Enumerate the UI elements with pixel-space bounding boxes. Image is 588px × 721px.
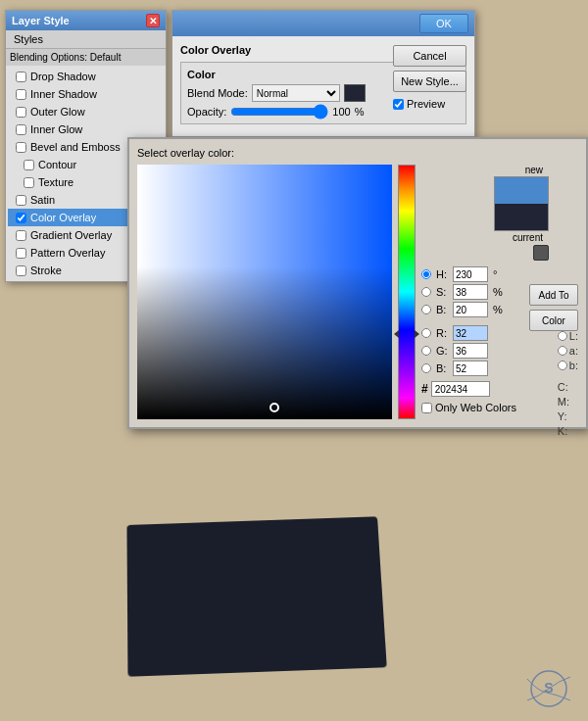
a-label: a: xyxy=(569,345,578,357)
color-current-swatch[interactable] xyxy=(495,204,548,230)
r-label: R: xyxy=(436,327,450,339)
hue-arrow-left xyxy=(394,330,399,338)
only-web-row: Only Web Colors xyxy=(421,402,549,413)
hex-input[interactable] xyxy=(431,381,490,397)
styles-tab[interactable]: Styles xyxy=(6,30,166,49)
blending-header[interactable]: Blending Options: Default xyxy=(6,49,166,66)
g-input[interactable] xyxy=(453,343,488,359)
y-row: Y: xyxy=(558,410,578,422)
color-picker-body: new current H: ° S: xyxy=(137,165,578,419)
h-input[interactable] xyxy=(453,266,488,282)
satin-checkbox[interactable] xyxy=(16,195,26,206)
new-label: new xyxy=(525,165,543,175)
pattern-overlay-checkbox[interactable] xyxy=(16,248,26,259)
m-row: M: xyxy=(558,396,578,408)
g-radio[interactable] xyxy=(421,346,431,356)
preview-checkbox[interactable] xyxy=(393,99,404,110)
c-row: C: xyxy=(558,381,578,393)
blend-mode-select[interactable]: Normal xyxy=(252,84,340,102)
h-label: H: xyxy=(436,268,450,280)
spacer xyxy=(421,319,507,323)
b2-label: B: xyxy=(436,362,450,374)
stroke-checkbox[interactable] xyxy=(16,265,26,276)
blend-mode-label: Blend Mode: xyxy=(187,87,248,99)
inner-glow-checkbox[interactable] xyxy=(16,124,26,135)
b2-input[interactable] xyxy=(453,360,488,376)
s-unit: % xyxy=(493,286,507,298)
b-unit: % xyxy=(493,304,507,315)
h-unit: ° xyxy=(493,268,507,280)
color-options-icon[interactable] xyxy=(533,245,549,261)
style-item-drop-shadow[interactable]: Drop Shadow xyxy=(8,68,164,85)
cp-action-buttons: Add To Color xyxy=(529,284,578,331)
color-overlay-checkbox[interactable] xyxy=(16,213,26,223)
style-item-inner-shadow[interactable]: Inner Shadow xyxy=(8,85,164,103)
opacity-label: Opacity: xyxy=(187,106,226,118)
hex-row: # xyxy=(421,381,549,397)
color-libraries-button[interactable]: Color xyxy=(529,310,578,331)
y-label: Y: xyxy=(558,410,567,422)
gradient-overlay-checkbox[interactable] xyxy=(16,230,26,241)
outer-glow-checkbox[interactable] xyxy=(16,107,26,118)
s-input[interactable] xyxy=(453,284,488,300)
contour-checkbox[interactable] xyxy=(24,160,34,170)
b3-label: b: xyxy=(569,360,578,371)
color-overlay-options: OK Color Overlay Color Blend Mode: Norma… xyxy=(172,10,475,137)
l-label: L: xyxy=(569,330,578,342)
color-swatch[interactable] xyxy=(344,84,366,102)
color-field[interactable] xyxy=(137,165,392,419)
hue-arrow-right xyxy=(415,330,419,338)
k-row: K: xyxy=(558,425,578,437)
b3-row: b: xyxy=(558,360,578,371)
b3-radio[interactable] xyxy=(558,360,567,370)
b-input[interactable] xyxy=(453,302,488,317)
inner-shadow-checkbox[interactable] xyxy=(16,89,26,100)
spacer2 xyxy=(558,374,578,378)
color-picker-dialog: Select overlay color: new xyxy=(127,137,588,429)
k-label: K: xyxy=(558,425,567,437)
current-label: current xyxy=(513,232,543,243)
layer-style-title: Layer Style xyxy=(12,15,70,26)
style-item-outer-glow[interactable]: Outer Glow xyxy=(8,103,164,120)
layer-style-titlebar: Layer Style ✕ xyxy=(6,11,166,30)
preview-label: Preview xyxy=(407,98,445,110)
opacity-slider[interactable] xyxy=(230,106,328,118)
style-item-inner-glow[interactable]: Inner Glow xyxy=(8,120,164,138)
s-label: S: xyxy=(436,286,450,298)
a-radio[interactable] xyxy=(558,346,567,356)
color-picker-title: Select overlay color: xyxy=(137,147,578,159)
canvas-object xyxy=(126,516,386,676)
b2-radio[interactable] xyxy=(421,363,431,373)
hue-strip-container xyxy=(398,165,416,419)
new-style-button[interactable]: New Style... xyxy=(393,71,466,92)
drop-shadow-checkbox[interactable] xyxy=(16,72,26,82)
r-input[interactable] xyxy=(453,325,488,341)
color-overlay-options-title xyxy=(178,14,181,33)
opacity-value: 100 xyxy=(332,106,350,118)
only-web-label: Only Web Colors xyxy=(435,402,516,413)
bevel-emboss-checkbox[interactable] xyxy=(16,142,26,153)
a-row: a: xyxy=(558,345,578,357)
close-button[interactable]: ✕ xyxy=(146,14,160,27)
c-label: C: xyxy=(558,381,568,393)
watermark: S xyxy=(519,669,578,711)
add-to-button[interactable]: Add To xyxy=(529,284,578,306)
only-web-checkbox[interactable] xyxy=(421,403,432,413)
l-radio[interactable] xyxy=(558,331,567,341)
h-radio[interactable] xyxy=(421,269,431,279)
lab-cmyk-panel: L: a: b: C: M: Y: K: xyxy=(558,330,578,437)
hue-strip[interactable] xyxy=(398,165,416,419)
opacity-unit: % xyxy=(355,106,365,118)
color-gradient-dark xyxy=(137,165,392,419)
m-label: M: xyxy=(558,396,569,408)
color-compare xyxy=(494,176,549,231)
b-radio[interactable] xyxy=(421,305,431,314)
ok-button[interactable]: OK xyxy=(419,14,468,33)
g-label: G: xyxy=(436,345,450,357)
s-radio[interactable] xyxy=(421,287,431,297)
color-new-swatch[interactable] xyxy=(495,177,548,204)
hex-label: # xyxy=(421,382,428,396)
cancel-button[interactable]: Cancel xyxy=(393,45,466,67)
r-radio[interactable] xyxy=(421,328,431,338)
texture-checkbox[interactable] xyxy=(24,177,34,188)
